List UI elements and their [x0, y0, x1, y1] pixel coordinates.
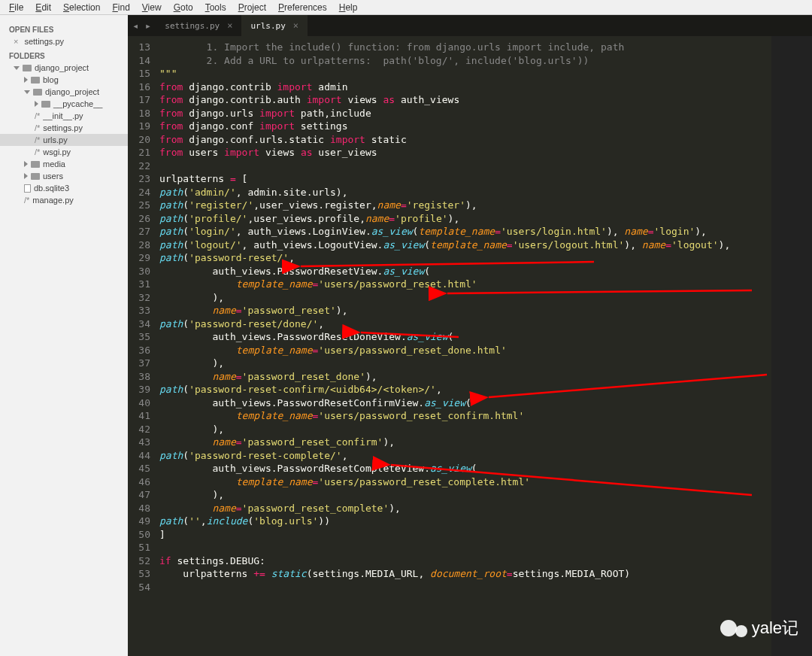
folder-icon [31, 173, 40, 180]
tree-label: blog [43, 75, 59, 84]
minimap[interactable] [771, 36, 812, 656]
code-content[interactable]: 1. Import the include() function: from d… [156, 36, 771, 656]
tree-label: urls.py [43, 135, 67, 144]
folder-root[interactable]: django_project [0, 62, 128, 74]
watermark: yale记 [720, 617, 798, 639]
chevron-icon [35, 101, 38, 107]
menu-bar: FileEditSelectionFindViewGotoToolsProjec… [0, 0, 812, 15]
open-files-header: OPEN FILES [0, 24, 128, 35]
folder-icon [31, 161, 40, 168]
python-file-icon: /* [35, 135, 40, 144]
menu-project[interactable]: Project [232, 2, 272, 13]
tree-label: __pycache__ [53, 99, 102, 108]
folder-icon [23, 65, 32, 71]
tree-item[interactable]: db.sqlite3 [0, 182, 128, 194]
folder-icon [33, 89, 42, 96]
nav-arrows[interactable]: ◂ ▸ [128, 20, 156, 32]
tab[interactable]: urls.py× [241, 15, 308, 36]
menu-file[interactable]: File [3, 2, 29, 13]
tab-bar: ◂ ▸ settings.py×urls.py× [128, 15, 812, 36]
tree-label: media [43, 159, 65, 169]
python-file-icon: /* [35, 123, 40, 132]
tree-item[interactable]: django_project [0, 86, 128, 98]
menu-tools[interactable]: Tools [199, 2, 232, 13]
wechat-icon [720, 620, 737, 636]
tree-label: db.sqlite3 [34, 184, 69, 193]
folders-header: FOLDERS [0, 50, 128, 62]
tree-label: settings.py [43, 123, 83, 132]
folder-icon [41, 101, 50, 108]
chevron-icon [24, 161, 28, 167]
menu-edit[interactable]: Edit [29, 2, 57, 13]
editor: ◂ ▸ settings.py×urls.py× 13 14 15 16 17 … [128, 15, 812, 656]
tree-item[interactable]: users [0, 170, 128, 182]
chevron-icon [24, 90, 30, 94]
tree-label: wsgi.py [43, 147, 71, 156]
menu-view[interactable]: View [136, 2, 168, 13]
open-file[interactable]: ×settings.py [0, 35, 128, 47]
watermark-text: yale记 [752, 617, 798, 639]
tree-label: django_project [45, 87, 99, 96]
menu-selection[interactable]: Selection [57, 2, 106, 13]
menu-find[interactable]: Find [106, 2, 135, 13]
tree-label: manage.py [32, 196, 73, 205]
folder-label: django_project [35, 63, 89, 72]
file-icon [24, 184, 31, 193]
menu-goto[interactable]: Goto [168, 2, 199, 13]
tree-label: __init__.py [43, 111, 83, 120]
tree-item[interactable]: blog [0, 74, 128, 86]
tree-item[interactable]: /*__init__.py [0, 110, 128, 122]
close-icon[interactable]: × [293, 20, 298, 31]
tab[interactable]: settings.py× [156, 15, 241, 36]
folder-icon [31, 77, 40, 84]
tree-item[interactable]: /*settings.py [0, 122, 128, 134]
close-icon[interactable]: × [14, 37, 18, 46]
tree-item[interactable]: /*urls.py [0, 134, 128, 146]
chevron-icon [24, 77, 28, 83]
python-file-icon: /* [35, 111, 40, 120]
tree-item[interactable]: /*manage.py [0, 194, 128, 206]
python-file-icon: /* [35, 147, 40, 156]
line-gutter: 13 14 15 16 17 18 19 20 21 22 23 24 25 2… [128, 36, 156, 656]
python-file-icon: /* [24, 196, 29, 205]
tree-item[interactable]: __pycache__ [0, 98, 128, 110]
chevron-icon [24, 173, 28, 179]
tree-item[interactable]: media [0, 158, 128, 170]
menu-preferences[interactable]: Preferences [272, 2, 333, 13]
menu-help[interactable]: Help [333, 2, 364, 13]
tree-item[interactable]: /*wsgi.py [0, 146, 128, 158]
close-icon[interactable]: × [227, 20, 232, 31]
tree-label: users [43, 172, 63, 181]
chevron-down-icon [14, 66, 20, 70]
sidebar: OPEN FILES ×settings.py FOLDERS django_p… [0, 15, 128, 656]
